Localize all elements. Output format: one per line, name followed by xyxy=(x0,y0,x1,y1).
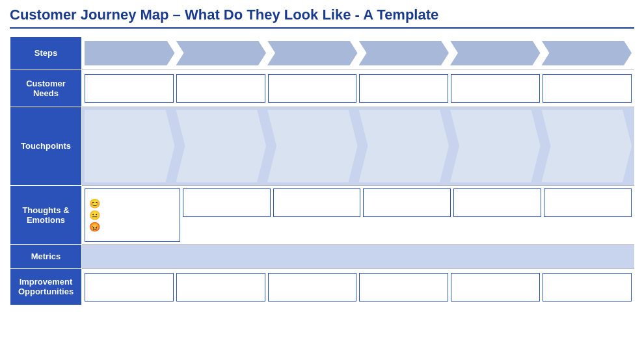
improvement-content xyxy=(82,268,635,305)
touchpoints-label: Touchpoints xyxy=(10,107,82,185)
improvement-box-2 xyxy=(176,273,265,302)
touchpoints-arrows xyxy=(85,110,632,183)
touch-arrow-5 xyxy=(450,110,541,183)
improvement-box-3 xyxy=(268,273,357,302)
needs-box-4 xyxy=(359,74,448,103)
touch-arrow-6 xyxy=(542,110,632,183)
touchpoints-content xyxy=(82,107,635,185)
touch-arrow-2 xyxy=(176,110,267,183)
touch-arrow-1 xyxy=(85,110,175,183)
improvement-label: Improvement Opportunities xyxy=(10,268,82,305)
step-arrow-4 xyxy=(359,41,449,66)
improvement-box-5 xyxy=(451,273,540,302)
emotions-box-2 xyxy=(183,188,271,217)
metrics-content xyxy=(82,244,635,268)
step-arrow-1 xyxy=(85,41,175,66)
emotions-box-1: 😊 😐 😡 xyxy=(85,188,180,242)
improvement-box-1 xyxy=(85,273,174,302)
improvement-box-4 xyxy=(359,273,448,302)
emotions-box-5 xyxy=(453,188,541,217)
needs-box-5 xyxy=(451,74,540,103)
metrics-label: Metrics xyxy=(10,244,82,268)
emotions-boxes: 😊 😐 😡 xyxy=(85,188,632,242)
needs-box-1 xyxy=(85,74,174,103)
emoji-group: 😊 😐 😡 xyxy=(89,199,176,231)
touch-arrow-4 xyxy=(359,110,449,183)
step-arrow-6 xyxy=(542,41,632,66)
page-title: Customer Journey Map – What Do They Look… xyxy=(10,6,634,29)
emotions-label: Thoughts & Emotions xyxy=(10,185,82,244)
customer-needs-label: Customer Needs xyxy=(10,70,82,107)
emotions-box-3 xyxy=(273,188,361,217)
customer-needs-boxes xyxy=(85,73,632,104)
emotions-box-6 xyxy=(544,188,632,217)
improvement-boxes xyxy=(85,272,632,303)
steps-arrows xyxy=(85,40,632,67)
step-arrow-3 xyxy=(267,41,358,66)
needs-box-2 xyxy=(176,74,265,103)
touch-arrow-3 xyxy=(267,110,358,183)
neutral-emoji: 😐 xyxy=(89,211,176,220)
angry-emoji: 😡 xyxy=(89,222,176,231)
needs-box-6 xyxy=(543,74,632,103)
emotions-box-4 xyxy=(363,188,451,217)
improvement-box-6 xyxy=(543,273,632,302)
metrics-bar xyxy=(85,248,632,266)
step-arrow-5 xyxy=(450,41,541,66)
customer-needs-content xyxy=(82,70,635,107)
happy-emoji: 😊 xyxy=(89,199,176,208)
needs-box-3 xyxy=(268,74,357,103)
steps-label: Steps xyxy=(10,37,82,70)
steps-content xyxy=(82,37,635,70)
step-arrow-2 xyxy=(176,41,267,66)
emotions-content: 😊 😐 😡 xyxy=(82,185,635,244)
